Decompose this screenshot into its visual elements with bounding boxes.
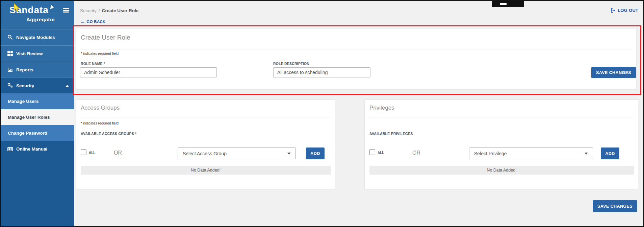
sidebar-item-label: Change Password (8, 131, 47, 136)
role-description-input[interactable] (273, 67, 370, 77)
sidebar-item-label: Manage User Roles (8, 115, 50, 120)
role-name-input[interactable] (80, 67, 217, 77)
all-checkbox-label: ALL (89, 151, 95, 155)
chevron-up-icon (66, 85, 69, 87)
sidebar-item-label: Reports (16, 67, 33, 72)
all-checkbox[interactable] (81, 149, 86, 155)
no-data-banner: No Data Added! (369, 166, 634, 175)
key-icon (7, 83, 13, 88)
grid-icon (7, 51, 13, 56)
or-text: OR (412, 150, 420, 156)
available-privileges-label: AVAILABLE PRIVILEGES (369, 132, 413, 136)
logo-area: Sandata Aggregator (1, 1, 74, 29)
hamburger-menu-icon[interactable] (63, 8, 69, 13)
app-window: Sandata Aggregator Navigate Modules Visi… (0, 0, 644, 227)
card-title: Privileges (369, 105, 394, 111)
minimized-overlay-window (492, 1, 524, 7)
sidebar-item-manage-user-roles[interactable]: Manage User Roles (1, 109, 74, 125)
card-title: Create User Role (81, 34, 130, 41)
go-back-link[interactable]: ← GO BACK (80, 20, 106, 24)
all-checkbox[interactable] (369, 149, 375, 155)
role-description-label: ROLE DESCRIPTION (273, 62, 309, 66)
or-text: OR (114, 150, 122, 156)
save-changes-button[interactable]: SAVE CHANGES (591, 67, 636, 78)
sidebar: Sandata Aggregator Navigate Modules Visi… (1, 1, 74, 226)
chevron-down-icon (287, 153, 291, 155)
logout-icon (611, 8, 616, 13)
search-icon (7, 35, 13, 40)
divider (369, 117, 634, 117)
required-note: * indicates required field (81, 51, 119, 55)
sidebar-item-label: Manage Users (8, 99, 39, 104)
role-name-label: ROLE NAME * (81, 62, 105, 66)
minimize-dash-icon (500, 3, 507, 5)
logo-subtext: Aggregator (26, 17, 55, 22)
sidebar-item-navigate-modules[interactable]: Navigate Modules (1, 29, 74, 45)
logo-triangle-icon (50, 5, 54, 10)
logout-button[interactable]: LOG OUT (611, 8, 638, 13)
sidebar-item-label: Navigate Modules (16, 35, 55, 40)
access-groups-card: Access Groups * indicates required field… (76, 99, 335, 189)
left-arrow-icon: ← (80, 20, 85, 24)
chevron-down-icon (585, 153, 588, 155)
manual-icon (7, 146, 13, 152)
sidebar-item-label: Online Manual (16, 146, 47, 152)
create-user-role-card: Create User Role * indicates required fi… (76, 29, 637, 90)
privileges-card: Privileges AVAILABLE PRIVILEGES ALL OR S… (364, 99, 638, 189)
sidebar-item-change-password[interactable]: Change Password (1, 125, 74, 141)
sidebar-item-security[interactable]: Security (1, 77, 74, 93)
sidebar-item-visit-review[interactable]: Visit Review (1, 45, 74, 61)
page-title: Create User Role (102, 8, 139, 13)
save-changes-button-bottom[interactable]: SAVE CHANGES (593, 200, 637, 212)
breadcrumb-section[interactable]: Security (80, 8, 97, 13)
sidebar-item-manage-users[interactable]: Manage Users (1, 93, 74, 109)
add-privilege-button[interactable]: ADD (601, 147, 619, 159)
card-title: Access Groups (81, 105, 120, 111)
mouse-cursor-icon (14, 3, 20, 12)
sidebar-item-label: Visit Review (16, 51, 43, 56)
select-privilege-dropdown[interactable]: Select Privilege (469, 147, 593, 159)
breadcrumb-divider: / (99, 8, 100, 13)
divider (81, 117, 330, 117)
sidebar-item-online-manual[interactable]: Online Manual (1, 141, 74, 157)
sidebar-item-reports[interactable]: Reports (1, 62, 74, 77)
divider (81, 49, 632, 49)
select-access-group-dropdown[interactable]: Select Access Group (178, 147, 296, 159)
required-note: * indicates required field (81, 121, 119, 125)
available-access-groups-label: AVAILABLE ACCESS GROUPS * (81, 132, 136, 136)
add-access-group-button[interactable]: ADD (306, 147, 325, 159)
breadcrumb: Security/Create User Role (80, 8, 138, 13)
sidebar-item-label: Security (16, 83, 34, 88)
no-data-banner: No Data Added! (81, 166, 331, 175)
bar-chart-icon (7, 67, 13, 72)
all-checkbox-label: ALL (378, 151, 384, 155)
